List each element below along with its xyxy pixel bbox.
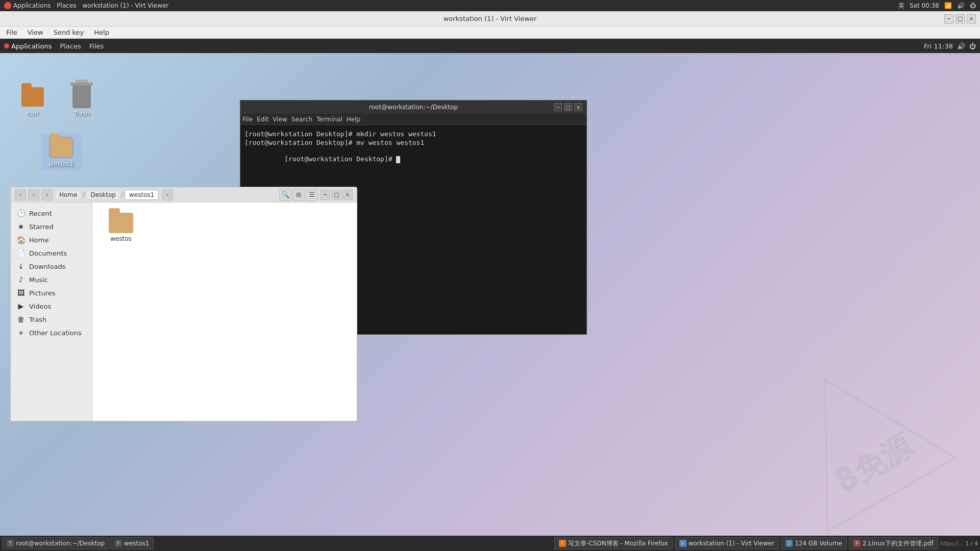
- virt-menu-file[interactable]: File: [2, 28, 21, 37]
- music-icon: ♪: [17, 276, 25, 284]
- taskbar-filemanager[interactable]: F westos1: [110, 537, 154, 549]
- taskbar-virtviewer[interactable]: V workstation (1) - Virt Viewer: [675, 537, 779, 549]
- topbar-applications[interactable]: Applications: [4, 2, 51, 9]
- terminal-minimize-btn[interactable]: −: [554, 103, 562, 111]
- terminal-maximize-btn[interactable]: □: [564, 103, 572, 111]
- fm-breadcrumb-westos1[interactable]: westos1: [125, 190, 159, 200]
- gnome-files-menu[interactable]: Files: [89, 42, 104, 50]
- fm-grid-btn[interactable]: ⊞: [292, 189, 305, 201]
- sidebar-item-documents-label: Documents: [29, 249, 67, 257]
- fm-forward-btn[interactable]: ›: [28, 189, 39, 201]
- fm-list-btn[interactable]: ☰: [306, 189, 318, 201]
- os-topbar: Applications Places workstation (1) - Vi…: [0, 0, 980, 11]
- fm-breadcrumb-home[interactable]: Home: [55, 190, 82, 200]
- terminal-menu-edit[interactable]: Edit: [257, 116, 268, 123]
- topbar-volume-icon: 🔊: [957, 2, 965, 9]
- taskbar-url: https://...: [940, 541, 963, 546]
- virt-menu-view[interactable]: View: [23, 28, 47, 37]
- sidebar-item-music-label: Music: [29, 276, 48, 284]
- fm-minimize-btn[interactable]: −: [320, 190, 330, 200]
- folder-item-westos[interactable]: westos: [101, 211, 141, 244]
- topbar-places[interactable]: Places: [57, 2, 76, 9]
- terminal-menu-help[interactable]: Help: [347, 116, 360, 123]
- fm-close-btn[interactable]: ×: [342, 190, 353, 200]
- gnome-applications-menu[interactable]: Applications: [4, 42, 52, 50]
- fm-back-btn[interactable]: ‹: [15, 189, 26, 201]
- sidebar-item-trash[interactable]: 🗑 Trash: [11, 313, 92, 326]
- os-topbar-left: Applications Places workstation (1) - Vi…: [4, 2, 168, 9]
- terminal-close-btn[interactable]: ×: [574, 103, 582, 111]
- taskbar-volume[interactable]: D 124 GB Volume: [781, 537, 847, 549]
- desktop-icon-trash[interactable]: Trash: [61, 85, 102, 117]
- file-manager-window: ‹ › ‹ Home / Desktop / westos1 › 🔍 ⊞ ☰: [10, 187, 357, 421]
- fm-maximize-btn[interactable]: □: [331, 190, 341, 200]
- fm-sep-1: /: [83, 191, 85, 198]
- trash-sidebar-icon: 🗑: [17, 315, 25, 323]
- virt-menubar: File View Send key Help: [0, 27, 980, 39]
- documents-icon: 📄: [17, 249, 25, 257]
- terminal-menu-file[interactable]: File: [242, 116, 253, 123]
- firefox-taskbar-icon: F: [559, 540, 566, 547]
- desktop-icon-root[interactable]: root: [12, 85, 53, 117]
- terminal-menu-search[interactable]: Search: [291, 116, 312, 123]
- topbar-applications-label[interactable]: Applications: [13, 2, 51, 9]
- taskbar-filemanager-label: westos1: [124, 540, 149, 547]
- sidebar-item-pictures[interactable]: 🖼 Pictures: [11, 286, 92, 299]
- sidebar-item-music[interactable]: ♪ Music: [11, 273, 92, 286]
- taskbar-terminal[interactable]: T root@workstation:~/Desktop: [2, 537, 109, 549]
- taskbar: T root@workstation:~/Desktop F westos1 F…: [0, 536, 980, 551]
- sidebar-item-starred[interactable]: ★ Starred: [11, 220, 92, 233]
- fm-more-btn[interactable]: ›: [162, 189, 173, 201]
- fm-search-btn[interactable]: 🔍: [279, 189, 291, 201]
- sidebar-item-videos[interactable]: ▶ Videos: [11, 299, 92, 313]
- root-folder-icon: [20, 85, 45, 109]
- background-watermark: 8免源: [743, 327, 977, 551]
- volume-taskbar-icon: D: [786, 540, 793, 547]
- sidebar-item-other-locations-label: Other Locations: [29, 329, 82, 337]
- virt-window-controls: − □ ×: [944, 14, 976, 23]
- fm-breadcrumb-desktop[interactable]: Desktop: [86, 190, 120, 200]
- terminal-menu-terminal[interactable]: Terminal: [316, 116, 342, 123]
- virt-menu-help[interactable]: Help: [90, 28, 113, 37]
- svg-marker-0: [761, 343, 955, 532]
- app-dot-icon: [4, 2, 11, 9]
- virt-title-text: workstation (1) - Virt Viewer: [444, 15, 537, 22]
- sidebar-item-recent-label: Recent: [29, 210, 52, 217]
- terminal-menubar: File Edit View Search Terminal Help: [240, 114, 586, 125]
- desktop-icon-westos1[interactable]: westos1: [41, 133, 82, 170]
- sidebar-item-downloads[interactable]: ↓ Downloads: [11, 260, 92, 273]
- virt-close-btn[interactable]: ×: [967, 14, 976, 23]
- terminal-menu-view[interactable]: View: [273, 116, 287, 123]
- fm-up-btn[interactable]: ‹: [41, 189, 53, 201]
- gnome-applications-label[interactable]: Applications: [11, 42, 52, 50]
- virt-minimize-btn[interactable]: −: [944, 14, 953, 23]
- videos-icon: ▶: [17, 302, 25, 310]
- terminal-line-1: [root@workstation Desktop]# mkdir westos…: [244, 130, 582, 138]
- sidebar-item-home[interactable]: 🏠 Home: [11, 233, 92, 246]
- taskbar-firefox[interactable]: F 写文章-CSDN博客 - Mozilla Firefox: [554, 537, 672, 549]
- sidebar-item-trash-label: Trash: [29, 316, 46, 323]
- sidebar-item-other-locations[interactable]: + Other Locations: [11, 326, 92, 339]
- sidebar-item-recent[interactable]: 🕐 Recent: [11, 207, 92, 220]
- pictures-icon: 🖼: [17, 289, 25, 297]
- gnome-app-dot: [4, 43, 9, 48]
- sidebar-item-downloads-label: Downloads: [29, 263, 65, 270]
- westos-folder-label: westos: [110, 235, 132, 242]
- taskbar-page-indicator: 1 / 4: [965, 540, 978, 547]
- trash-icon: [69, 85, 94, 109]
- home-icon: 🏠: [17, 236, 25, 244]
- fm-breadcrumb: Home / Desktop / westos1 ›: [55, 189, 277, 201]
- virt-menu-sendkey[interactable]: Send key: [50, 28, 88, 37]
- terminal-line-2: [root@workstation Desktop]# mv westos we…: [244, 139, 582, 146]
- virt-maximize-btn[interactable]: □: [955, 14, 965, 23]
- fm-window-controls: − □ ×: [320, 190, 353, 200]
- sidebar-item-documents[interactable]: 📄 Documents: [11, 246, 92, 260]
- taskbar-right: F 写文章-CSDN博客 - Mozilla Firefox V worksta…: [554, 537, 978, 549]
- terminal-window-controls: − □ ×: [554, 103, 582, 111]
- gnome-places-menu[interactable]: Places: [60, 42, 81, 50]
- topbar-window-title: workstation (1) - Virt Viewer: [82, 2, 168, 9]
- virtviewer-taskbar-icon: V: [679, 540, 687, 547]
- root-folder-label: root: [27, 110, 39, 117]
- taskbar-pdf-label: 2.Linux下的文件管理.pdf: [863, 539, 934, 548]
- taskbar-pdf[interactable]: P 2.Linux下的文件管理.pdf: [849, 537, 938, 549]
